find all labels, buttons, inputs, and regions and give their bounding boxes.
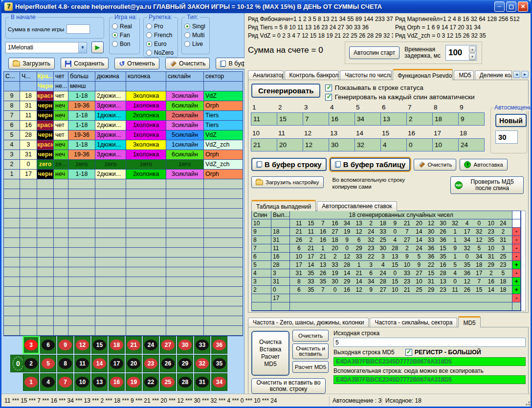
toolbar-button-folder[interactable]: Загрузить [8,58,55,69]
board-cell-4[interactable]: 4 [40,373,56,391]
board-cell-13[interactable]: 13 [91,373,108,391]
tab-деление-кол[interactable]: Деление кол [475,70,512,80]
spin-table-row[interactable]: 2063570161292710212529231126151418+ [252,286,521,294]
freqtab-частота-zero-шансы-дюжины-колонки[interactable]: Частота - Zero, шансы, дюжины, колонки [248,318,369,327]
grid-value[interactable]: 15 [277,112,303,126]
radio-icon[interactable] [146,23,152,29]
board-cell-2[interactable]: 2 [23,355,39,372]
board-cell-22[interactable]: 22 [143,373,159,391]
grid-value[interactable]: 34 [355,112,381,126]
radio-option-nozero[interactable]: NoZero [146,49,176,56]
auto-generate-checkbox[interactable]: Генерировать на каждый спин автоматическ… [325,93,474,101]
radio-icon[interactable] [146,41,152,47]
grid-value[interactable]: 4 [380,138,407,151]
board-cell-14[interactable]: 14 [91,355,108,372]
board-cell-3[interactable]: 3 [23,336,39,354]
board-cell-10[interactable]: 10 [74,373,90,391]
grid-value[interactable]: 2 [406,112,433,126]
copy-line-button[interactable]: В буфер строку [251,158,327,171]
board-cell-30[interactable]: 30 [177,336,193,354]
grid-value[interactable]: 32 [355,138,381,151]
radio-option-fan[interactable]: Fan [112,32,138,39]
board-cell-25[interactable]: 25 [160,373,176,391]
board-cell-33[interactable]: 33 [194,336,210,354]
grid-value[interactable]: 18 [432,112,459,126]
history-row[interactable]: 711черннеч1-181дюжи...2колонка2сиклайнTi… [4,111,243,121]
history-row[interactable]: 20zeroze...zerozerozerozeroVdZ_zch [4,160,243,170]
radio-icon[interactable] [184,32,190,38]
grid-value[interactable]: 12 [303,138,329,151]
board-cell-21[interactable]: 21 [126,336,142,354]
md5-clear-paste-aux-button[interactable]: Очистить и вставить во вспом. строку [251,378,326,394]
grid-value[interactable]: 9 [458,112,485,126]
grid-value[interactable]: 13 [380,112,407,126]
history-row[interactable]: 918краснчет1-182дюжи...3колонка3сиклайнV… [4,91,243,101]
delay-spinner[interactable]: 100 ▲ ▼ [445,45,477,61]
history-row[interactable] [4,316,243,326]
radio-icon[interactable] [112,23,118,29]
tab-scroll-right-icon[interactable]: ► [521,71,529,78]
aux-string-field[interactable]: E4DA3B7FBBCE2345D7772B0674A318D5 [333,375,526,384]
radio-option-multi[interactable]: Multi [184,32,208,39]
history-row[interactable] [4,209,243,218]
history-row[interactable]: 616краснчет1-182дюжи...1колонка3сиклайнT… [4,121,243,130]
grid-value[interactable]: 7 [303,112,329,126]
tab-анализатор[interactable]: Анализатор [248,70,284,80]
board-cell-7[interactable]: 7 [57,373,73,391]
board-cell-19[interactable]: 19 [126,373,142,391]
spin-table-row[interactable]: 616101721212332231395363510343125- [252,253,521,261]
freqtab-md5[interactable]: MD5 [458,316,480,327]
resize-grip[interactable] [524,400,530,406]
freqtab-частота-сиклайны-сектора[interactable]: Частота - сиклайны, сектора [370,318,457,327]
preset-combobox[interactable]: 1Melonati ▼ [5,42,87,53]
md5-calc-button[interactable]: Расчет MD5 [292,361,329,373]
board-cell-29[interactable]: 29 [177,355,193,372]
spin-table-row[interactable]: 8312621618963225427143336134123531- [252,236,521,244]
board-cell-16[interactable]: 16 [109,373,125,391]
board-cell-26[interactable]: 26 [160,355,176,372]
clear-button[interactable]: Очистить [414,159,456,171]
spin-table-row[interactable]: 101115716341321892120123032401024 [252,219,521,228]
spin-table-row[interactable]: 433135261914216240332715284361725- [252,269,521,278]
radio-option-singl[interactable]: Singl [184,23,208,30]
spin-table-row[interactable] [252,302,521,311]
grid-value[interactable]: 11 [251,112,277,126]
history-row[interactable]: Чернне...менш [4,82,243,91]
history-row[interactable] [4,228,243,238]
load-settings-button[interactable]: Загрузить настройку [251,176,324,188]
grid-value[interactable]: 20 [277,138,303,151]
grid-value[interactable]: 21 [251,138,277,151]
board-cell-28[interactable]: 28 [177,373,193,391]
minimize-button[interactable]: ─ [494,1,505,12]
radio-option-pro[interactable]: Pro [146,23,176,30]
autospin-start-button[interactable]: Автоспин старт [349,46,399,59]
radio-option-real[interactable]: Real [112,23,138,30]
tab-функционал-psevdoms[interactable]: Функционал PsevdoMS [393,69,453,80]
grid-value[interactable]: 30 [329,138,355,151]
toolbar-button-brush[interactable]: Очистить [165,58,210,69]
md5-clear-button[interactable]: Очистить [292,330,329,342]
radio-icon[interactable] [112,41,118,47]
board-cell-12[interactable]: 12 [74,336,90,354]
subtab-таблица-выпадений[interactable]: Таблица выпадений [251,200,316,211]
spin-table-row[interactable]: 91821111627191224330714302611732232- [252,228,521,236]
history-row[interactable] [4,238,243,248]
checkbox-icon[interactable] [325,85,332,91]
history-row[interactable] [4,258,243,267]
source-string-input[interactable] [333,338,526,347]
board-cell-34[interactable]: 34 [211,373,227,391]
history-row[interactable] [4,297,243,306]
board-cell-9[interactable]: 9 [57,336,73,354]
spin-table-scrollbar[interactable] [521,211,526,311]
board-cell-31[interactable]: 31 [194,373,210,391]
board-cell-27[interactable]: 27 [160,336,176,354]
board-cell-35[interactable]: 35 [211,355,227,372]
board-cell-5[interactable]: 5 [40,355,56,372]
grid-value[interactable]: 10 [432,138,459,151]
radio-icon[interactable] [146,32,152,38]
history-row[interactable]: 331черннеч19-363дюжи...1колонка6сиклайнO… [4,150,243,160]
history-row[interactable] [4,267,243,277]
radio-icon[interactable] [184,23,190,29]
history-row[interactable] [4,199,243,209]
board-cell-36[interactable]: 36 [211,336,227,354]
